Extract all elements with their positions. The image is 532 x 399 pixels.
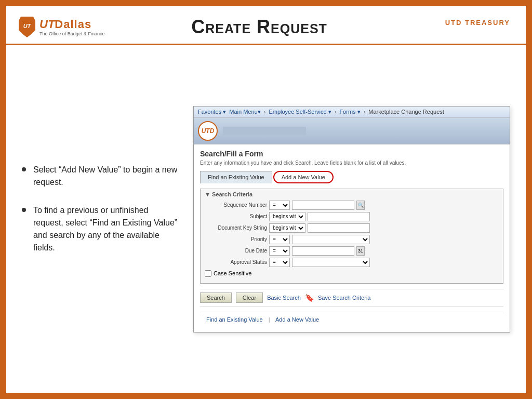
- duedate-calendar-btn[interactable]: 31: [356, 246, 365, 256]
- nav-favorites[interactable]: Favorites ▾: [198, 109, 226, 115]
- criteria-row-duedate: Due Date = 31: [205, 246, 499, 256]
- nav-arrow-1: ›: [264, 109, 266, 115]
- bullet-item-1: Select “Add New Value” to begin a new re…: [22, 164, 178, 189]
- operator-dockey[interactable]: begins with: [269, 223, 305, 233]
- operator-sequence[interactable]: =: [269, 201, 290, 210]
- action-buttons: Search Clear Basic Search 🔖 Save Search …: [200, 289, 503, 307]
- save-search-link[interactable]: Save Search Criteria: [318, 295, 371, 301]
- nav-forms[interactable]: Forms ▾: [339, 109, 360, 115]
- label-priority: Priority: [205, 236, 267, 242]
- bullet-item-2: To find a previous or unfinished request…: [22, 204, 178, 254]
- input-subject[interactable]: [308, 212, 370, 221]
- bullet-text-2: To find a previous or unfinished request…: [33, 204, 178, 254]
- screenshot: Favorites ▾ Main Menu▾ › Employee Self-S…: [193, 106, 510, 332]
- sequence-lookup-btn[interactable]: 🔍: [356, 201, 365, 210]
- bottom-separator: |: [269, 316, 270, 323]
- criteria-header-text: ▼ Search Criteria: [205, 191, 252, 197]
- svg-text:UT: UT: [23, 23, 32, 29]
- search-form-title: Search/Fill a Form: [200, 150, 503, 158]
- header: UT UT Dallas The Office of Budget & Fina…: [6, 6, 526, 45]
- label-duedate: Due Date: [205, 248, 267, 254]
- case-sensitive-row: Case Sensitive: [205, 270, 499, 277]
- label-dockey: Document Key String: [205, 225, 267, 231]
- tabs-container: Find an Existing Value Add a New Value: [200, 171, 503, 183]
- bullet-text-1: Select “Add New Value” to begin a new re…: [33, 164, 178, 189]
- criteria-row-dockey: Document Key String begins with: [205, 223, 499, 233]
- nav-arrow-3: ›: [364, 109, 366, 115]
- criteria-section: ▼ Search Criteria Sequence Number = 🔍: [200, 189, 503, 284]
- right-panel: Favorites ▾ Main Menu▾ › Employee Self-S…: [188, 56, 515, 382]
- bottom-add-link[interactable]: Add a New Value: [275, 316, 319, 323]
- nav-main-menu[interactable]: Main Menu▾: [229, 109, 260, 115]
- input-sequence[interactable]: [292, 201, 354, 210]
- input-approval[interactable]: [292, 258, 370, 267]
- criteria-row-subject: Subject begins with: [205, 212, 499, 221]
- dept-label: UTD Treasury: [445, 19, 510, 26]
- criteria-row-priority: Priority =: [205, 235, 499, 244]
- search-form-desc: Enter any information you have and click…: [200, 160, 503, 166]
- search-button[interactable]: Search: [200, 292, 232, 303]
- label-approval: Approval Status: [205, 259, 267, 265]
- criteria-header: ▼ Search Criteria: [205, 191, 499, 197]
- bullet-dot-1: [22, 167, 26, 171]
- bottom-links: Find an Existing Value | Add a New Value: [200, 312, 503, 327]
- label-sequence: Sequence Number: [205, 202, 267, 208]
- tab-add-new[interactable]: Add a New Value: [273, 171, 334, 183]
- search-form: Search/Fill a Form Enter any information…: [194, 144, 510, 332]
- nav-marketplace: Marketplace Change Request: [368, 109, 444, 115]
- case-sensitive-checkbox[interactable]: [205, 270, 211, 277]
- input-priority[interactable]: [292, 235, 370, 244]
- bullet-dot-2: [22, 208, 26, 212]
- content-area: Select “Add New Value” to begin a new re…: [6, 45, 526, 393]
- nav-bar: Favorites ▾ Main Menu▾ › Employee Self-S…: [194, 107, 510, 118]
- clear-button[interactable]: Clear: [236, 292, 263, 303]
- ss-header: UTD: [194, 118, 510, 144]
- operator-duedate[interactable]: =: [269, 246, 290, 256]
- bottom-find-link[interactable]: Find an Existing Value: [206, 316, 263, 323]
- input-dockey[interactable]: [308, 223, 370, 233]
- tab-find-existing[interactable]: Find an Existing Value: [200, 171, 272, 183]
- slide: UT UT Dallas The Office of Budget & Fina…: [6, 6, 526, 393]
- page-title: Create Request: [73, 16, 445, 38]
- operator-priority[interactable]: =: [269, 235, 290, 244]
- utd-logo-text: UTD: [202, 127, 215, 135]
- operator-approval[interactable]: =: [269, 258, 290, 267]
- basic-search-link[interactable]: Basic Search: [267, 295, 301, 301]
- criteria-row-approval: Approval Status =: [205, 258, 499, 267]
- case-sensitive-label: Case Sensitive: [214, 270, 251, 276]
- ss-name-bar: [223, 127, 306, 135]
- nav-employee[interactable]: Employee Self-Service ▾: [269, 109, 331, 115]
- label-subject: Subject: [205, 214, 267, 219]
- nav-arrow-2: ›: [335, 109, 337, 115]
- operator-subject[interactable]: begins with: [269, 212, 305, 221]
- basic-search-icon: 🔖: [305, 294, 314, 302]
- left-panel: Select “Add New Value” to begin a new re…: [22, 56, 178, 382]
- utd-circle-logo: UTD: [198, 121, 218, 141]
- input-duedate[interactable]: [292, 246, 354, 256]
- criteria-row-sequence: Sequence Number = 🔍: [205, 201, 499, 210]
- ut-dallas-logo-icon: UT: [17, 16, 37, 38]
